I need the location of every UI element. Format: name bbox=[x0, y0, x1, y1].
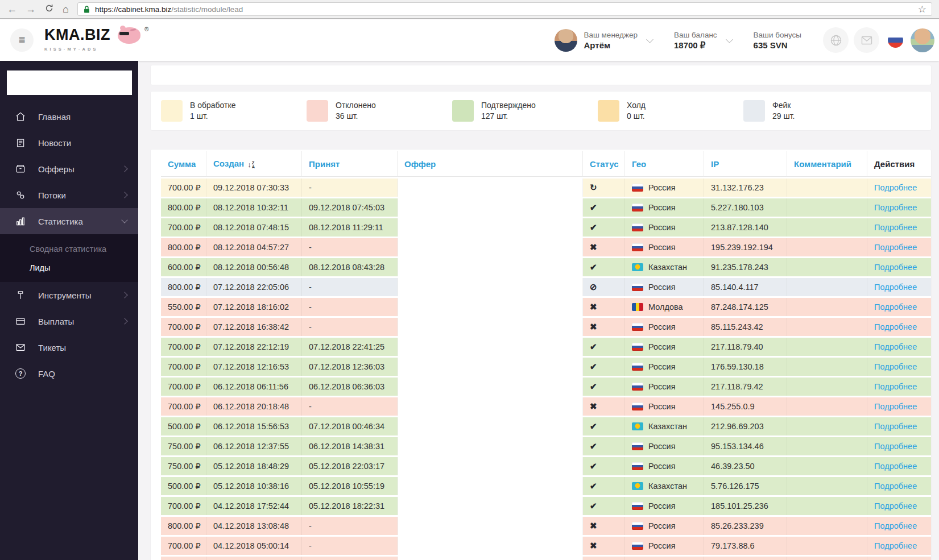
sidebar-item-tools[interactable]: Инструменты bbox=[0, 282, 138, 308]
address-bar[interactable]: https://cabinet.kma.biz/statistic/module… bbox=[77, 2, 932, 16]
column-header-5[interactable]: Статус bbox=[583, 151, 625, 177]
details-link[interactable]: Подробнее bbox=[874, 342, 917, 351]
statistics-submenu: Сводная статистика Лиды bbox=[0, 234, 138, 282]
sidebar-subitem-summary-statistics[interactable]: Сводная статистика bbox=[0, 239, 138, 258]
created-cell: 04.12.2018 05:00:14 bbox=[206, 537, 302, 555]
language-globe-button[interactable] bbox=[823, 27, 849, 53]
menu-toggle-button[interactable]: ≡ bbox=[10, 28, 34, 52]
table-row: 800.00 ₽04.12.2018 13:08:48-✖Россия85.26… bbox=[161, 517, 931, 535]
details-link[interactable]: Подробнее bbox=[874, 402, 917, 411]
details-link[interactable]: Подробнее bbox=[874, 322, 917, 331]
legend-count: 127 шт. bbox=[481, 111, 536, 122]
accepted-cell: - bbox=[302, 517, 398, 535]
user-avatar[interactable] bbox=[911, 28, 934, 52]
chevron-right-icon bbox=[121, 318, 127, 324]
details-link[interactable]: Подробнее bbox=[874, 243, 917, 252]
logo[interactable]: KMA.BIZ ® KISS·MY·ADS bbox=[44, 27, 148, 52]
comment-cell bbox=[787, 179, 867, 197]
status-cell: ✖ bbox=[583, 318, 625, 336]
browser-home-icon[interactable]: ⌂ bbox=[63, 4, 69, 14]
comment-cell bbox=[787, 258, 867, 276]
sidebar-item-payouts[interactable]: Выплаты bbox=[0, 308, 138, 334]
status-confirmed-icon: ✔ bbox=[590, 501, 597, 511]
details-link[interactable]: Подробнее bbox=[874, 302, 917, 312]
sidebar-item-news[interactable]: Новости bbox=[0, 130, 138, 156]
column-header-4[interactable]: Оффер bbox=[398, 151, 583, 177]
action-cell: Подробнее bbox=[867, 358, 931, 376]
logo-subtitle: KISS·MY·ADS bbox=[44, 47, 148, 52]
details-link[interactable]: Подробнее bbox=[874, 462, 917, 471]
browser-forward-icon[interactable]: → bbox=[26, 4, 36, 14]
details-link[interactable]: Подробнее bbox=[874, 541, 917, 550]
details-link[interactable]: Подробнее bbox=[874, 283, 917, 292]
details-link[interactable]: Подробнее bbox=[874, 382, 917, 391]
filters-card bbox=[151, 65, 931, 85]
status-cell: ✔ bbox=[583, 457, 625, 475]
column-header-3[interactable]: Принят bbox=[302, 151, 398, 177]
sum-cell bbox=[161, 557, 206, 560]
created-cell: 08.12.2018 10:32:11 bbox=[206, 198, 302, 217]
details-link[interactable]: Подробнее bbox=[874, 203, 917, 212]
created-cell: 09.12.2018 07:30:33 bbox=[206, 179, 302, 197]
legend-label: Отклонено bbox=[336, 100, 376, 111]
browser-back-icon[interactable]: ← bbox=[7, 4, 17, 14]
sidebar-item-faq[interactable]: ? FAQ bbox=[0, 360, 138, 387]
created-cell: 07.12.2018 16:38:42 bbox=[206, 318, 302, 336]
details-link[interactable]: Подробнее bbox=[874, 223, 917, 232]
ip-cell: 87.248.174.125 bbox=[704, 298, 787, 316]
action-cell: Подробнее bbox=[867, 238, 931, 256]
messages-button[interactable] bbox=[854, 27, 879, 53]
lock-icon bbox=[83, 5, 90, 14]
details-link[interactable]: Подробнее bbox=[874, 422, 917, 431]
column-header-8[interactable]: Комментарий bbox=[787, 151, 867, 177]
manager-dropdown[interactable]: Ваш менеджер Артём bbox=[555, 29, 652, 52]
table-row: 700.00 ₽07.12.2018 22:12:1907.12.2018 22… bbox=[161, 338, 931, 356]
details-link[interactable]: Подробнее bbox=[874, 183, 917, 192]
status-cell: ✔ bbox=[583, 497, 625, 515]
details-link[interactable]: Подробнее bbox=[874, 362, 917, 371]
legend-count: 0 шт. bbox=[627, 111, 646, 122]
details-link[interactable]: Подробнее bbox=[874, 501, 917, 511]
chevron-down-icon bbox=[726, 36, 733, 43]
status-cell: ✖ bbox=[583, 238, 625, 256]
russian-flag-icon[interactable] bbox=[888, 32, 903, 48]
geo-cell: Казахстан bbox=[625, 417, 704, 435]
sum-cell: 700.00 ₽ bbox=[161, 397, 206, 416]
details-link[interactable]: Подробнее bbox=[874, 482, 917, 491]
column-header-2[interactable]: Создан↓ZA bbox=[206, 151, 302, 177]
offer-cell bbox=[398, 358, 583, 376]
sidebar-item-streams[interactable]: Потоки bbox=[0, 182, 138, 208]
browser-refresh-icon[interactable] bbox=[44, 3, 54, 15]
sum-cell: 750.00 ₽ bbox=[161, 457, 206, 475]
sidebar-item-home[interactable]: Главная bbox=[0, 103, 138, 130]
geo-cell: Россия bbox=[625, 497, 704, 515]
sidebar-subitem-leads[interactable]: Лиды bbox=[0, 258, 138, 277]
bookmark-star-icon[interactable]: ☆ bbox=[918, 5, 926, 14]
created-cell: 05.12.2018 10:38:16 bbox=[206, 477, 302, 495]
sidebar-item-offers[interactable]: Офферы bbox=[0, 156, 138, 182]
sidebar-item-tickets[interactable]: Тикеты bbox=[0, 334, 138, 360]
accepted-cell: 08.12.2018 08:43:28 bbox=[302, 258, 398, 276]
details-link[interactable]: Подробнее bbox=[874, 263, 917, 272]
details-link[interactable]: Подробнее bbox=[874, 442, 917, 451]
offer-cell bbox=[398, 238, 583, 256]
box-icon bbox=[14, 163, 27, 175]
accepted-cell: - bbox=[302, 238, 398, 256]
legend-label: Фейк bbox=[772, 100, 795, 111]
action-cell: Подробнее bbox=[867, 517, 931, 535]
column-header-1[interactable]: Сумма bbox=[161, 151, 206, 177]
column-header-7[interactable]: IP bbox=[704, 151, 787, 177]
action-cell: Подробнее bbox=[867, 318, 931, 336]
flag-ru-icon bbox=[632, 363, 643, 371]
comment-cell bbox=[787, 477, 867, 495]
sidebar-item-statistics[interactable]: Статистика bbox=[0, 208, 138, 234]
flag-ru-icon bbox=[632, 383, 643, 391]
details-link[interactable]: Подробнее bbox=[874, 521, 917, 530]
column-header-9: Действия bbox=[867, 151, 931, 177]
table-row: 750.00 ₽06.12.2018 12:37:5506.12.2018 14… bbox=[161, 437, 931, 455]
table-row: 500.00 ₽06.12.2018 15:56:5307.12.2018 00… bbox=[161, 417, 931, 435]
geo-cell: Россия bbox=[625, 397, 704, 416]
comment-cell bbox=[787, 457, 867, 475]
balance-dropdown[interactable]: Ваш баланс 18700 ₽ bbox=[674, 30, 732, 51]
column-header-6[interactable]: Гео bbox=[625, 151, 704, 177]
